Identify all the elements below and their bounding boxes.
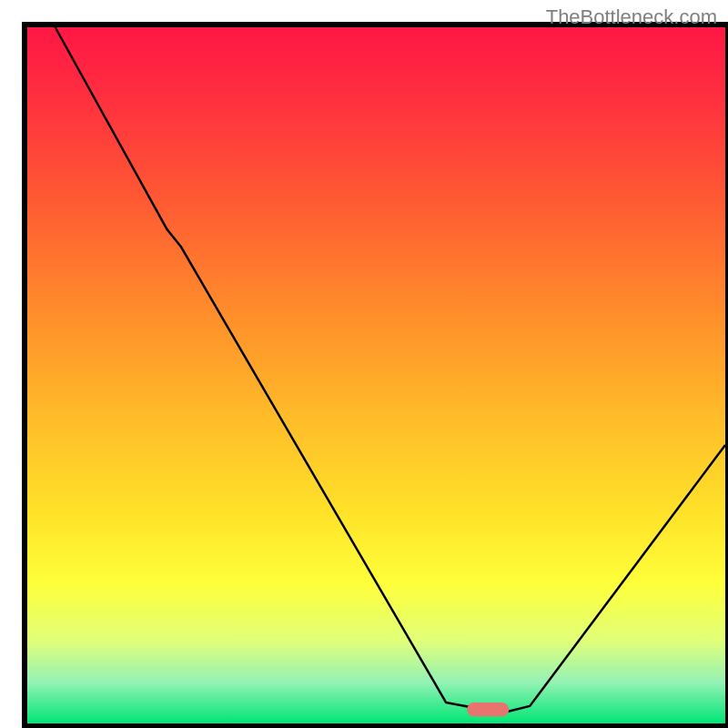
marker-layer [467,703,509,716]
bottleneck-chart: TheBottleneck.com [0,0,728,728]
plot-area [27,27,725,723]
watermark-text: TheBottleneck.com [546,5,717,29]
marker-optimal-point [467,703,509,716]
chart-svg [0,0,728,728]
svg-rect-0 [27,27,725,723]
